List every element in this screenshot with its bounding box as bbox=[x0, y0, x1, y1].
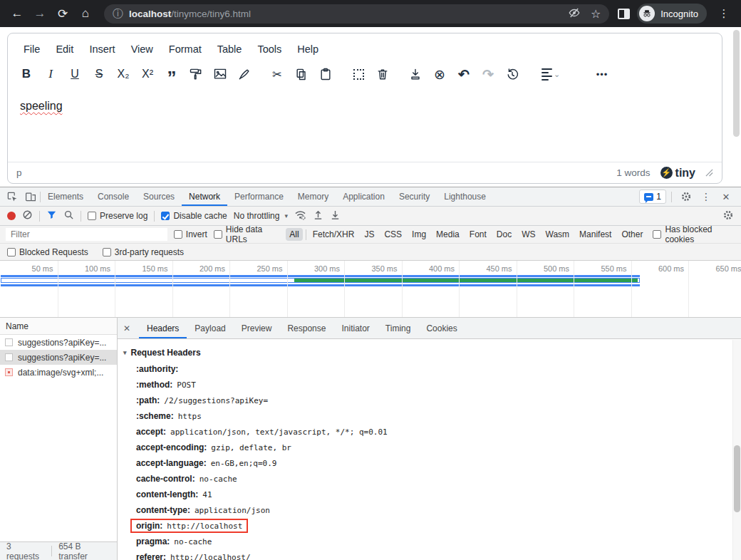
page-scrollbar[interactable] bbox=[733, 30, 740, 137]
issues-badge[interactable]: 1 bbox=[639, 190, 666, 204]
italic-icon[interactable]: I bbox=[41, 65, 61, 83]
inspect-element-icon[interactable] bbox=[3, 187, 21, 206]
tab-network[interactable]: Network bbox=[182, 187, 227, 206]
detail-tab-timing[interactable]: Timing bbox=[378, 318, 419, 338]
tab-memory[interactable]: Memory bbox=[291, 187, 336, 206]
menu-tools[interactable]: Tools bbox=[252, 41, 287, 58]
word-count[interactable]: 1 words bbox=[616, 167, 650, 178]
home-icon[interactable]: ⌂ bbox=[76, 4, 95, 24]
disable-cache-checkbox[interactable]: Disable cache bbox=[161, 211, 227, 221]
more-options-icon[interactable]: ••• bbox=[592, 65, 612, 83]
redo-icon[interactable]: ↷ bbox=[478, 65, 498, 83]
filter-type-other[interactable]: Other bbox=[618, 228, 646, 241]
detail-scrollbar[interactable] bbox=[732, 340, 741, 560]
filter-funnel-icon[interactable] bbox=[46, 209, 57, 222]
filter-input[interactable] bbox=[6, 228, 167, 241]
format-painter-icon[interactable] bbox=[186, 65, 206, 83]
blocked-requests-checkbox[interactable]: Blocked Requests bbox=[7, 247, 88, 257]
request-row[interactable]: suggestions?apiKey=... bbox=[0, 350, 117, 365]
export-har-icon[interactable] bbox=[330, 209, 341, 222]
detail-tab-cookies[interactable]: Cookies bbox=[418, 318, 465, 338]
tab-security[interactable]: Security bbox=[392, 187, 437, 206]
request-headers-section[interactable]: ▾ Request Headers bbox=[123, 344, 724, 361]
detail-tab-response[interactable]: Response bbox=[279, 318, 333, 338]
download-icon[interactable] bbox=[405, 65, 425, 83]
clear-icon[interactable] bbox=[22, 209, 33, 222]
filter-type-manifest[interactable]: Manifest bbox=[576, 228, 615, 241]
restore-draft-icon[interactable] bbox=[502, 65, 522, 83]
filter-type-all[interactable]: All bbox=[286, 228, 302, 241]
detail-tab-payload[interactable]: Payload bbox=[187, 318, 233, 338]
filter-type-js[interactable]: JS bbox=[361, 228, 378, 241]
devtools-menu-icon[interactable]: ⋮ bbox=[697, 191, 715, 202]
undo-icon[interactable]: ↶ bbox=[454, 65, 474, 83]
address-bar[interactable]: ⓘ localhost/tinymce/tiny6.html ☆ bbox=[104, 4, 609, 24]
filter-type-wasm[interactable]: Wasm bbox=[542, 228, 574, 241]
eye-blocked-icon[interactable] bbox=[568, 6, 581, 21]
resize-handle-icon[interactable] bbox=[705, 169, 713, 177]
devtools-close-icon[interactable]: ✕ bbox=[717, 192, 735, 202]
name-column-header[interactable]: Name bbox=[0, 318, 117, 335]
settings-gear-icon[interactable] bbox=[677, 191, 695, 202]
bold-icon[interactable]: B bbox=[16, 65, 36, 83]
detail-tab-preview[interactable]: Preview bbox=[234, 318, 280, 338]
search-icon[interactable] bbox=[63, 209, 74, 222]
menu-insert[interactable]: Insert bbox=[83, 41, 120, 58]
element-path[interactable]: p bbox=[16, 167, 22, 178]
menu-view[interactable]: View bbox=[125, 41, 159, 58]
editor-content-area[interactable]: speeling bbox=[8, 90, 722, 162]
tab-elements[interactable]: Elements bbox=[41, 187, 90, 206]
select-all-icon[interactable] bbox=[348, 65, 368, 83]
network-overview-timeline[interactable]: 50 ms100 ms150 ms200 ms250 ms300 ms350 m… bbox=[0, 261, 741, 318]
tab-sources[interactable]: Sources bbox=[136, 187, 182, 206]
underline-icon[interactable]: U bbox=[65, 65, 85, 83]
menu-edit[interactable]: Edit bbox=[50, 41, 79, 58]
align-left-icon[interactable]: ⌄ bbox=[535, 65, 566, 83]
url-text[interactable]: localhost/tinymce/tiny6.html bbox=[129, 9, 562, 19]
request-row[interactable]: suggestions?apiKey=... bbox=[0, 335, 117, 350]
tab-lighthouse[interactable]: Lighthouse bbox=[437, 187, 493, 206]
preserve-log-checkbox[interactable]: Preserve log bbox=[88, 211, 147, 221]
remove-icon[interactable]: ⊗ bbox=[430, 65, 450, 83]
menu-file[interactable]: File bbox=[18, 41, 46, 58]
menu-help[interactable]: Help bbox=[291, 41, 324, 58]
record-icon[interactable] bbox=[7, 212, 16, 220]
forward-icon[interactable]: → bbox=[30, 4, 50, 24]
blockquote-icon[interactable]: ” bbox=[162, 65, 182, 83]
network-settings-gear-icon[interactable] bbox=[722, 209, 734, 223]
has-blocked-cookies-checkbox[interactable]: Has blocked cookies bbox=[653, 224, 735, 244]
paste-icon[interactable] bbox=[316, 65, 336, 83]
incognito-badge[interactable]: Incognito bbox=[637, 4, 707, 24]
filter-type-fetchxhr[interactable]: Fetch/XHR bbox=[309, 228, 358, 241]
tab-console[interactable]: Console bbox=[90, 187, 136, 206]
filter-type-css[interactable]: CSS bbox=[380, 228, 405, 241]
browser-menu-icon[interactable]: ⋮ bbox=[714, 4, 734, 24]
superscript-icon[interactable]: X² bbox=[138, 65, 157, 83]
detail-close-icon[interactable]: ✕ bbox=[123, 323, 139, 333]
scrollbar-thumb[interactable] bbox=[734, 445, 740, 512]
filter-type-img[interactable]: Img bbox=[408, 228, 430, 241]
cut-icon[interactable]: ✂ bbox=[267, 65, 287, 83]
misspelled-word[interactable]: speeling bbox=[20, 100, 63, 112]
image-icon[interactable] bbox=[210, 65, 230, 83]
brush-icon[interactable] bbox=[234, 65, 254, 83]
bookmark-star-icon[interactable]: ☆ bbox=[591, 7, 601, 21]
request-row[interactable]: data:image/svg+xml;... bbox=[0, 365, 117, 380]
import-har-icon[interactable] bbox=[313, 209, 323, 222]
network-conditions-icon[interactable] bbox=[294, 209, 306, 222]
invert-checkbox[interactable]: Invert bbox=[174, 229, 207, 239]
tab-performance[interactable]: Performance bbox=[227, 187, 291, 206]
throttling-dropdown[interactable]: No throttling ▾ bbox=[234, 211, 288, 221]
menu-format[interactable]: Format bbox=[163, 41, 207, 58]
device-toolbar-icon[interactable] bbox=[21, 187, 40, 206]
site-info-icon[interactable]: ⓘ bbox=[113, 7, 123, 21]
subscript-icon[interactable]: X₂ bbox=[113, 65, 133, 83]
side-panel-icon[interactable] bbox=[618, 9, 630, 19]
filter-type-font[interactable]: Font bbox=[466, 228, 490, 241]
tiny-branding[interactable]: ⚡ tiny bbox=[660, 167, 695, 180]
menu-table[interactable]: Table bbox=[212, 41, 248, 58]
filter-type-media[interactable]: Media bbox=[432, 228, 463, 241]
detail-tab-headers[interactable]: Headers bbox=[139, 318, 187, 338]
strikethrough-icon[interactable]: S bbox=[89, 65, 109, 83]
copy-icon[interactable] bbox=[291, 65, 311, 83]
